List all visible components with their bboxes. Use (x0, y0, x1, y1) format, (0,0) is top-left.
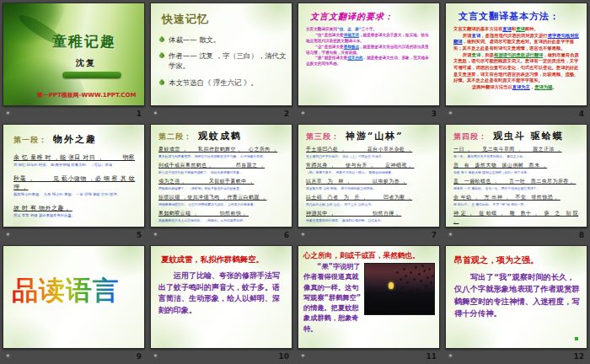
moon-shape (389, 282, 394, 289)
classical-text: 则或千或百果然鹤也 。 昂首观之 ， (158, 162, 287, 169)
thumbnail-footer: ✶ 6 (150, 228, 292, 242)
animation-star-icon[interactable]: ✶ (300, 353, 306, 360)
thumbnail-footer: ✶ 11 (298, 349, 440, 363)
quote-line: 心之所向，则或千或百，果然鹤也。 (303, 251, 435, 261)
thumbnail-footer: ✶ 7 (298, 228, 440, 242)
cover-title: 童稚记趣 (52, 32, 116, 51)
annotation-note: 夏天蚊群飞鸣声像雷声。 我把它们比作群鹤在空中飞舞。 心中想象的景观。 (158, 154, 287, 158)
annotation-note: 所以 常常 获得 超出事物本身的乐趣。 (13, 213, 137, 217)
leaf-bullet-icon (158, 36, 165, 43)
paragraph: 所谓直译，是指用现代汉语的词对原文进行逐字逐句地对应翻译，做到实词、虚词尽可能文… (453, 33, 579, 52)
animation-star-icon[interactable]: ✶ (153, 353, 158, 360)
slide-cell-2: 快速记忆 体裁—— 散文。 作者—— 沈复 ，字（三白），清代文学家。 本文节选… (148, 0, 295, 121)
thumbnail-footer: ✶ 4 (445, 106, 587, 120)
classical-text: 余 年幼 ， 方 出神 ， 不觉 呀然惊恐 。 (453, 194, 582, 201)
classical-text: 于土墙凹凸处 ， 花台小草丛杂处 ， (306, 146, 434, 153)
annotation-note: 脖颈因此都僵硬了。 （有时我）把蚊子留在白色的蚊帐里。 (158, 186, 287, 190)
thumbnail-footer: ✶ 12 (445, 349, 587, 363)
paragraph: “达”是指译文要通顺畅达，就是要使译文符合现代汉语的语法及用语习惯，字通句顺，没… (306, 45, 432, 56)
animation-star-icon[interactable]: ✶ (5, 110, 11, 117)
slide-number: 4 (579, 110, 584, 118)
bird-flock-specks (365, 264, 366, 265)
section-title: 观蚊成鹤 (198, 130, 242, 142)
annotation-note: 忽然 有个 庞然大物 拔倒山压倒树（似的）闯了过来。 (453, 170, 582, 174)
slide-number: 11 (426, 352, 437, 361)
thumbnail-footer: ✶ 3 (298, 106, 440, 120)
slide-cell-12: 昂首观之，项为之强。 写出了“我”观察时间的长久，仅八个字就形象地表现了作者观赏… (442, 243, 590, 364)
slide-number: 10 (278, 352, 289, 361)
annotation-note: 把凸起的土砾 当作 山丘。 凹下去的 当作山沟。 (306, 202, 434, 206)
annotation-note: 把丛聚的草 当作 树林。 把小虫和蚂蚁当作野兽。 (306, 186, 434, 190)
slide-number: 5 (137, 231, 142, 239)
slide-thumbnail-translation-requirements[interactable]: 文言文翻译的要求： 文言文翻译应做到“信、达、雅”三个字。 “信”是指译文要准确… (298, 3, 440, 106)
animation-star-icon[interactable]: ✶ (448, 353, 453, 360)
slide-cell-8: 第四段： 观虫斗 驱蛤蟆 一日 ， 见二虫斗草间 ， 观之正浓 ，有一天。 看见… (442, 121, 590, 243)
slide-cell-6: 第二段： 观蚊成鹤 夏蚊成雷 ， 私拟作群鹤舞空 。 心之所向 ，夏天蚊群飞鸣声… (148, 121, 295, 243)
animation-star-icon[interactable]: ✶ (300, 110, 306, 117)
animation-star-icon[interactable]: ✶ (448, 232, 453, 238)
slide-number: 2 (284, 110, 289, 118)
slide-thumbnail-quick-memory[interactable]: 快速记忆 体裁—— 散文。 作者—— 沈复 ，字（三白），清代文学家。 本文节选… (150, 3, 292, 106)
animation-star-icon[interactable]: ✶ (153, 110, 158, 117)
cover-accent-bar (62, 72, 121, 78)
classical-text: 余 忆 童稚 时 ，能 张目 对日 ， 明察 (13, 153, 137, 162)
bullet-text: 作者—— 沈复 ，字（三白），清代文学家。 (169, 51, 287, 71)
annotation-note: 我 回忆 幼年的 时候。 能 睁开眼睛 对着太阳。 （可以）看清 (13, 163, 137, 167)
slide-number: 12 (573, 352, 584, 361)
animation-star-icon[interactable]: ✶ (153, 232, 158, 238)
analysis-text: 运用了比喻、夸张的修辞手法写出了蚊子鸣叫的声音大，蚊子多。语言简洁、生动形象，给… (158, 270, 285, 316)
slide-cell-11: 心之所向，则或千或百，果然鹤也。 “果”字说明了作者看得很逼真就像真的一样。这句… (295, 243, 442, 364)
slide-thumbnail-paragraph-2[interactable]: 第二段： 观蚊成鹤 夏蚊成雷 ， 私拟作群鹤舞空 。 心之所向 ，夏天蚊群飞鸣声… (150, 124, 292, 228)
classical-text: 徐喷以烟 ，使其冲烟飞鸣 ，作青云白鹤观 ， (158, 194, 287, 201)
animation-star-icon[interactable]: ✶ (448, 110, 453, 117)
classical-text: 忽 有 庞然大物 拔山倒树 而来 ， (453, 162, 582, 169)
slide-number: 8 (579, 231, 584, 239)
slide-thumbnail-paragraph-1[interactable]: 第一段： 物外之趣 余 忆 童稚 时 ，能 张目 对日 ， 明察 我 回忆 幼年… (3, 124, 145, 228)
slide-sorter-board: 童稚记趣 沈复 第一PPT模板网-WWW.1PPT.COM ✶ 1 快速记忆 体… (0, 0, 590, 364)
classical-text: 常蹲其身 ， 使与台齐 ， 定神细视 。 (306, 162, 434, 169)
section-title: 神游“山林” (346, 130, 404, 142)
section-label: 第二段： (158, 131, 192, 142)
annotation-note: （我）常蹲下身子。 使身子与花台一样高。 聚精会神地细看。 (306, 170, 434, 174)
slide-thumbnail-translation-methods[interactable]: 文言文翻译基本方法： 文言文翻译的基本方法有直译和意译两种。 所谓直译，是指用现… (445, 3, 587, 106)
text-line-block: 秋毫 ， 见 藐小微物 ，必 细 察 其 纹理 ， 极其细小的事物。 凡是 细小… (13, 174, 137, 196)
paragraph: 文言文翻译的基本方法有直译和意译两种。 (453, 26, 579, 33)
paragraph: 所谓意译，则是根据语句的意思进行翻译，做到尽量符合原文意思，语句尽可能照顾原文词… (453, 52, 579, 84)
thumbnail-footer: ✶ 1 (3, 106, 145, 120)
slide-thumbnail-analysis-2[interactable]: 心之所向，则或千或百，果然鹤也。 “果”字说明了作者看得很逼真就像真的一样。这句… (298, 245, 440, 349)
animation-star-icon[interactable]: ✶ (5, 353, 11, 360)
paragraph: “雅”就是指译文要优美自然，就是要使译文生动、形象，完美地表达原文的写作风格。 (306, 56, 432, 67)
slide-title: 快速记忆 (162, 12, 292, 27)
classical-text: 盖 一癞蛤蟆也 ， 舌一吐 而二虫尽为所吞 。 (453, 178, 582, 185)
thumbnail-footer: ✶ 10 (150, 349, 292, 363)
annotation-note: 我 年纪小。 正 看得出神。 不禁 “呀”地 惊叫一声。 (453, 202, 582, 206)
annotation-note: 极其细小的事物。 凡是 细小的 事物。 一定 仔细 观察 它的 纹理。 (13, 192, 137, 196)
animation-star-icon[interactable]: ✶ (5, 232, 11, 238)
text-line-block: 余 忆 童稚 时 ，能 张目 对日 ， 明察 我 回忆 幼年的 时候。 能 睁开… (13, 153, 137, 167)
green-mark-decoration (575, 337, 578, 340)
classical-text: 神 定 ， 捉 蛤蟆 ， 鞭 数十 ， 驱 之 别 院 。 (453, 210, 582, 225)
animation-star-icon[interactable]: ✶ (300, 232, 306, 238)
slide-thumbnail-wordart[interactable]: 品读语言 (3, 245, 145, 349)
list-item: 体裁—— 散文。 (159, 35, 287, 45)
slide-cell-4: 文言文翻译基本方法： 文言文翻译的基本方法有直译和意译两种。 所谓直译，是指用现… (442, 0, 590, 121)
classical-text: 故 时 有 物外之趣 。 (13, 204, 137, 212)
slide-thumbnail-paragraph-3[interactable]: 第三段： 神游“山林” 于土墙凹凸处 ， 花台小草丛杂处 ，在土墙凹凸不平的地方… (298, 124, 440, 228)
quote-line: 夏蚊成雷，私拟作群鹤舞空。 (161, 254, 285, 265)
slide-cell-5: 第一段： 物外之趣 余 忆 童稚 时 ，能 张目 对日 ， 明察 我 回忆 幼年… (0, 121, 148, 243)
analysis-with-photo: “果”字说明了作者看得很逼真就像真的一样。这句写观察“群鹤舞空”的情趣。把夏蚊想… (303, 261, 435, 334)
wordart-title: 品读语言 (12, 273, 144, 308)
slide-cell-9: 品读语言 ✶ 9 (0, 243, 148, 364)
annotation-note: 原来是 一只 癞蛤蟆。 舌头一吐，两只小虫就全被它吞掉了。 (453, 186, 582, 190)
slide-thumbnail-paragraph-4[interactable]: 第四段： 观虫斗 驱蛤蟆 一日 ， 见二虫斗草间 ， 观之正浓 ，有一天。 看见… (445, 124, 587, 228)
slide-number: 3 (432, 110, 437, 118)
slide-thumbnail-analysis-3[interactable]: 昂首观之，项为之强。 写出了“我”观察时间的长久，仅八个字就形象地表现了作者观赏… (445, 245, 587, 349)
annotation-note: 想象在里面游历的情景。 真感到心情舒畅，自得其乐。 (306, 218, 434, 222)
classical-text: 一日 ， 见二虫斗草间 ， 观之正浓 ， (453, 146, 582, 153)
section-label: 第四段： (453, 131, 487, 142)
slide-title: 文言文翻译的要求： (310, 11, 432, 23)
slide-thumbnail-analysis-1[interactable]: 夏蚊成雷，私拟作群鹤舞空。 运用了比喻、夸张的修辞手法写出了蚊子鸣叫的声音大，蚊… (150, 245, 292, 349)
leaf-bullet-icon (158, 52, 165, 59)
slide-thumbnail-cover[interactable]: 童稚记趣 沈复 第一PPT模板网-WWW.1PPT.COM (3, 3, 145, 106)
bullet-list: 体裁—— 散文。 作者—— 沈复 ，字（三白），清代文学家。 本文节选自《 浮生… (159, 35, 292, 88)
